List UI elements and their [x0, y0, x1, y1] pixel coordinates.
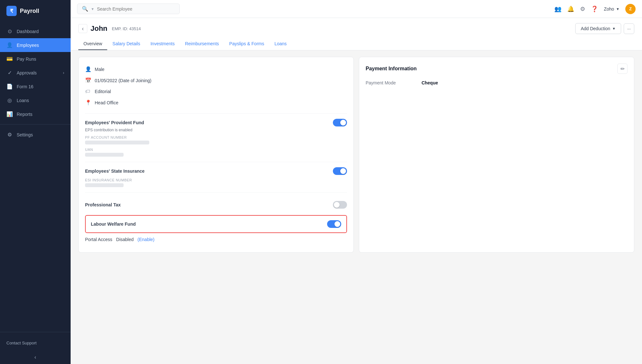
tab-reimbursements[interactable]: Reimbursements	[180, 38, 224, 50]
sidebar-collapse-button[interactable]: ‹	[0, 351, 71, 364]
gear-icon[interactable]: ⚙	[580, 5, 585, 13]
payment-mode-row: Payment Mode Cheque	[366, 80, 628, 85]
sidebar-item-label: Employees	[17, 43, 39, 48]
sidebar-item-settings[interactable]: ⚙ Settings	[0, 128, 71, 142]
sidebar: ₹ Payroll ⊙ Dashboard 👤 Employees 💳 Pay …	[0, 0, 71, 364]
search-dropdown-icon[interactable]: ▼	[91, 7, 94, 11]
sidebar-bottom-divider	[0, 332, 71, 332]
payment-mode-label: Payment Mode	[366, 80, 396, 85]
sidebar-item-label: Settings	[17, 132, 33, 137]
esi-insurance-value	[85, 183, 124, 187]
sidebar-item-label: Loans	[17, 98, 29, 103]
department-value: Editorial	[95, 89, 111, 94]
user-label: Zoho	[604, 6, 614, 12]
epf-section: Employees' Provident Fund EPS contributi…	[85, 113, 347, 157]
sidebar-item-loans[interactable]: ◎ Loans	[0, 93, 71, 107]
epf-toggle[interactable]	[333, 119, 347, 126]
payment-mode-value: Cheque	[421, 80, 438, 85]
portal-access-status: Disabled	[116, 237, 134, 242]
form16-icon: 📄	[6, 83, 13, 90]
topbar: 🔍 ▼ 👥 🔔 ⚙ ❓ Zoho ▼ Z	[71, 0, 642, 18]
add-deduction-label: Add Deduction	[581, 26, 610, 31]
esi-section: Employees' State Insurance ESI INSURANCE…	[85, 162, 347, 187]
sidebar-item-reports[interactable]: 📊 Reports	[0, 107, 71, 121]
tab-payslips[interactable]: Payslips & Forms	[224, 38, 269, 50]
main-content: 🔍 ▼ 👥 🔔 ⚙ ❓ Zoho ▼ Z ‹ John EMP. ID: 435…	[71, 0, 642, 364]
sidebar-item-label: Approvals	[17, 70, 37, 75]
esi-toggle[interactable]	[333, 167, 347, 175]
chevron-right-icon: ›	[63, 71, 64, 75]
gender-icon: 👤	[85, 66, 91, 72]
sidebar-item-pay-runs[interactable]: 💳 Pay Runs	[0, 52, 71, 66]
topbar-right: 👥 🔔 ⚙ ❓ Zoho ▼ Z	[554, 4, 636, 14]
tab-investments[interactable]: Investments	[145, 38, 180, 50]
sidebar-item-approvals[interactable]: ✓ Approvals ›	[0, 66, 71, 80]
doj-value: 01/05/2022 (Date of Joining)	[95, 78, 152, 83]
sidebar-divider	[0, 124, 71, 125]
sidebar-item-label: Reports	[17, 112, 32, 117]
loans-icon: ◎	[6, 97, 13, 103]
pt-toggle[interactable]	[333, 201, 347, 209]
tab-loans[interactable]: Loans	[269, 38, 292, 50]
chevron-down-icon: ▼	[612, 27, 616, 30]
department-icon: 🏷	[85, 89, 91, 94]
contact-support[interactable]: Contact Support	[0, 335, 71, 351]
esi-label: Employees' State Insurance	[85, 169, 144, 174]
search-icon: 🔍	[82, 6, 88, 12]
back-button[interactable]: ‹	[78, 24, 87, 33]
uan-label: UAN	[85, 148, 347, 152]
pf-account-label: PF ACCOUNT NUMBER	[85, 135, 347, 139]
portal-enable-link[interactable]: (Enable)	[137, 237, 154, 242]
pt-label: Professional Tax	[85, 202, 121, 207]
employee-header: ‹ John EMP. ID: 43514 Add Deduction ▼ ··…	[71, 18, 642, 50]
pf-account-value	[85, 141, 149, 144]
sidebar-item-label: Form 16	[17, 84, 33, 89]
search-input[interactable]	[97, 6, 175, 12]
edit-icon: ✏	[620, 66, 625, 72]
content-area: ‹ John EMP. ID: 43514 Add Deduction ▼ ··…	[71, 18, 642, 364]
more-icon: ···	[627, 26, 631, 31]
employee-name: John	[91, 24, 108, 33]
reports-icon: 📊	[6, 111, 13, 117]
lwf-label: Labour Welfare Fund	[91, 221, 136, 227]
sidebar-item-label: Pay Runs	[17, 56, 36, 62]
help-icon[interactable]: ❓	[591, 5, 598, 13]
approvals-icon: ✓	[6, 70, 13, 76]
lwf-toggle[interactable]	[327, 220, 341, 228]
more-options-button[interactable]: ···	[624, 23, 634, 34]
avatar[interactable]: Z	[625, 4, 636, 14]
doj-row: 📅 01/05/2022 (Date of Joining)	[85, 75, 347, 86]
employees-icon: 👤	[6, 42, 13, 48]
employee-info-card: 👤 Male 📅 01/05/2022 (Date of Joining) 🏷 …	[78, 57, 354, 253]
payment-info-header: Payment Information ✏	[366, 64, 628, 74]
sidebar-item-form16[interactable]: 📄 Form 16	[0, 80, 71, 93]
tab-overview[interactable]: Overview	[78, 38, 107, 50]
sidebar-item-label: Dashboard	[17, 29, 39, 34]
tab-salary-details[interactable]: Salary Details	[107, 38, 145, 50]
app-name: Payroll	[20, 8, 39, 14]
sidebar-nav: ⊙ Dashboard 👤 Employees 💳 Pay Runs ✓ App…	[0, 22, 71, 329]
settings-icon: ⚙	[6, 132, 13, 138]
payment-info-title: Payment Information	[366, 66, 417, 72]
epf-toggle-row: Employees' Provident Fund	[85, 119, 347, 126]
payment-edit-button[interactable]: ✏	[617, 64, 628, 74]
add-deduction-button[interactable]: Add Deduction ▼	[575, 23, 621, 34]
payment-info-card: Payment Information ✏ Payment Mode Chequ…	[359, 57, 634, 253]
sidebar-item-employees[interactable]: 👤 Employees	[0, 38, 71, 52]
location-value: Head Office	[95, 100, 118, 105]
user-menu[interactable]: Zoho ▼	[604, 6, 620, 12]
epf-label: Employees' Provident Fund	[85, 120, 144, 125]
search-box[interactable]: 🔍 ▼	[77, 4, 180, 14]
sidebar-item-dashboard[interactable]: ⊙ Dashboard	[0, 24, 71, 38]
gender-value: Male	[95, 67, 104, 72]
employee-actions: Add Deduction ▼ ···	[575, 23, 634, 34]
contacts-icon[interactable]: 👥	[554, 5, 561, 13]
lwf-section: Labour Welfare Fund	[85, 215, 347, 233]
uan-value	[85, 153, 124, 157]
esi-insurance-label: ESI INSURANCE NUMBER	[85, 178, 347, 182]
department-row: 🏷 Editorial	[85, 86, 347, 97]
pt-toggle-row: Professional Tax	[85, 198, 347, 212]
employee-tabs: Overview Salary Details Investments Reim…	[78, 38, 634, 50]
bell-icon[interactable]: 🔔	[567, 5, 574, 13]
location-icon: 📍	[85, 100, 91, 106]
